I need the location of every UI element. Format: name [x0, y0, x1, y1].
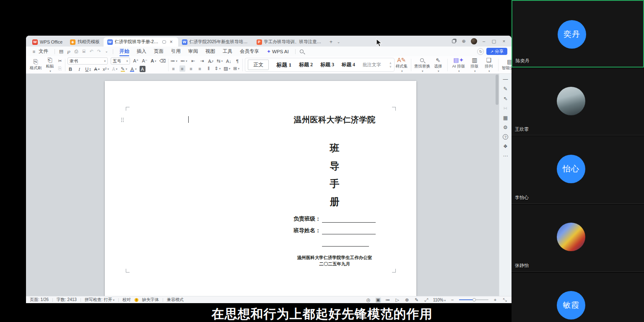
proofread-button[interactable]: 校对	[122, 297, 131, 303]
style-heading-4[interactable]: 标题 4	[342, 62, 355, 68]
menu-member[interactable]: 会员专享	[236, 47, 263, 56]
line-spacing-icon[interactable]: ⇕	[215, 65, 221, 72]
menu-view[interactable]: 视图	[202, 47, 219, 56]
shading-icon[interactable]: ▨	[223, 65, 230, 72]
style-heading-1[interactable]: 标题 1	[276, 61, 291, 69]
adjust-settings-icon[interactable]: ∺	[503, 105, 507, 111]
char-shading-icon[interactable]: A	[140, 66, 145, 72]
gallery-down-icon[interactable]: ∨	[390, 65, 392, 68]
missing-font-button[interactable]: 缺失字体	[142, 297, 159, 303]
video-tile[interactable]: 怡心 李怡心	[512, 136, 644, 204]
save-icon[interactable]: ▤	[57, 49, 65, 54]
hamburger-icon[interactable]: ≡	[30, 49, 38, 54]
clear-format-icon[interactable]: ⌫	[159, 58, 166, 64]
font-size-select[interactable]: 五号 ▾	[111, 57, 130, 65]
vertical-scrollbar[interactable]	[496, 75, 499, 295]
undo-icon[interactable]: ↶	[88, 49, 95, 54]
layout-button[interactable]: ▥ 排版	[467, 57, 482, 73]
print-icon[interactable]: ⎙	[73, 49, 80, 54]
search-icon[interactable]	[298, 49, 306, 53]
paste-button[interactable]: ⎗ 粘贴	[43, 57, 57, 73]
skin-icon[interactable]: ❖	[503, 143, 508, 149]
select-button[interactable]: ⇖ 选择	[431, 57, 445, 73]
close-tab-icon[interactable]: ×	[168, 38, 174, 46]
cut-icon[interactable]: ✂	[57, 58, 63, 64]
highlight-icon[interactable]: ✎	[121, 66, 127, 72]
change-case-icon[interactable]: 𝐀	[151, 58, 156, 64]
tab-list-chevron-icon[interactable]: ⌄	[335, 38, 343, 46]
compat-mode-label[interactable]: 兼容模式	[167, 297, 184, 303]
tab-document-2[interactable]: W 仁济学院2025年新生班导培训会议	[178, 37, 253, 47]
align-right-icon[interactable]: ≡	[188, 65, 194, 72]
increase-indent-icon[interactable]: ⇥	[199, 58, 205, 64]
menu-home[interactable]: 开始	[116, 47, 133, 56]
tab-docer-templates[interactable]: ◈ 找稻壳模板	[66, 37, 104, 47]
menu-insert[interactable]: 插入	[133, 47, 150, 56]
pen-annotate-icon[interactable]: ✎	[503, 86, 507, 92]
new-tab-button[interactable]: +	[327, 38, 335, 46]
sort-icon[interactable]: A↓	[226, 58, 231, 64]
spellcheck-status[interactable]: 拼写检查: 打开	[85, 297, 114, 303]
video-tile[interactable]: 奕丹 陈奕丹	[512, 0, 644, 68]
justify-icon[interactable]: ≡	[197, 65, 203, 72]
decrease-indent-icon[interactable]: ⇤	[190, 58, 196, 64]
paragraph-mark-icon[interactable]: ¶	[234, 58, 240, 64]
arrange-button[interactable]: ❏ 排列	[482, 57, 496, 73]
align-center-icon[interactable]: ≡	[179, 65, 185, 72]
bullet-list-icon[interactable]: ≔	[171, 58, 178, 64]
zoom-level-select[interactable]: 110%	[433, 298, 446, 302]
edit-mode-icon[interactable]: ✎	[414, 297, 420, 303]
menu-review[interactable]: 审阅	[184, 47, 202, 56]
globe-icon[interactable]: ⊕	[460, 37, 468, 45]
redo-icon[interactable]: ↷	[95, 49, 103, 54]
cloud-sync-icon[interactable]: ↻	[477, 48, 484, 55]
find-replace-button[interactable]: 查找替换	[413, 57, 431, 73]
italic-icon[interactable]: I	[76, 66, 82, 72]
phonetic-guide-icon[interactable]: Ā	[112, 66, 118, 72]
chinese-layout-icon[interactable]: ⇆	[217, 58, 223, 64]
cursor-select-icon[interactable]: ⇖	[503, 96, 507, 101]
close-window-button[interactable]: ×	[500, 37, 508, 45]
underline-icon[interactable]: U	[85, 66, 91, 72]
tab-overview-icon[interactable]	[449, 37, 458, 45]
video-tile[interactable]: 王欣霏	[512, 68, 644, 135]
ai-layout-button[interactable]: ▤✦ AI 排版	[450, 57, 467, 73]
fullscreen-icon[interactable]: ⤡	[502, 297, 508, 303]
strikethrough-icon[interactable]: A	[94, 66, 100, 72]
print-preview-icon[interactable]: ⌸	[80, 49, 88, 54]
collapse-panel-icon[interactable]: —	[503, 76, 508, 82]
format-painter-button[interactable]: ⎘ 格式刷	[29, 59, 43, 71]
menu-reference[interactable]: 引用	[167, 47, 184, 56]
copy-icon[interactable]: ⎘	[57, 65, 63, 72]
minimize-button[interactable]: –	[480, 37, 488, 45]
zoom-out-icon[interactable]: −	[449, 297, 455, 302]
tools-icon[interactable]: ⚙	[503, 125, 508, 130]
share-button[interactable]: ↗ 分享	[486, 48, 507, 55]
style-comment-text[interactable]: 批注文字	[363, 62, 381, 68]
zoom-in-icon[interactable]: +	[492, 297, 498, 302]
tab-document-active[interactable]: W 仁济学院班导手册-202507修 ×	[104, 37, 178, 47]
more-tools-icon[interactable]: ⋯	[503, 153, 508, 159]
align-left-icon[interactable]: ≡	[171, 65, 177, 72]
text-direction-icon[interactable]: A̶	[208, 58, 214, 64]
style-heading-2[interactable]: 标题 2	[299, 61, 313, 68]
zoom-slider[interactable]	[459, 299, 488, 300]
borders-icon[interactable]: ⊞	[233, 65, 239, 72]
document-canvas[interactable]: 温州医科大学仁济学院 班 导 手 册 负责班级： 班导姓名： 温州医科大学仁济学…	[26, 74, 499, 296]
tab-presentation[interactable]: P 学工办班导培训、班导注意事项与	[253, 37, 327, 47]
calculator-icon[interactable]: ▦	[503, 115, 508, 121]
superscript-icon[interactable]: x²	[103, 66, 109, 72]
gallery-up-icon[interactable]: ∧	[390, 62, 392, 65]
read-mode-icon[interactable]: ▷	[395, 297, 400, 303]
tab-wps-home[interactable]: W WPS Office	[29, 37, 66, 47]
font-name-select[interactable]: 隶书 ▾	[68, 57, 108, 65]
menu-file[interactable]: 文件	[38, 47, 52, 56]
menu-tools[interactable]: 工具	[219, 47, 236, 56]
outline-view-icon[interactable]: ≔	[385, 297, 391, 303]
account-avatar[interactable]	[470, 37, 478, 45]
style-heading-3[interactable]: 标题 3	[320, 61, 334, 68]
drag-handle-icon[interactable]	[121, 118, 122, 119]
help-icon[interactable]: ?	[503, 134, 508, 140]
maximize-button[interactable]: ▢	[490, 37, 498, 45]
document-page[interactable]: 温州医科大学仁济学院 班 导 手 册 负责班级： 班导姓名： 温州医科大学仁济学…	[105, 81, 416, 296]
